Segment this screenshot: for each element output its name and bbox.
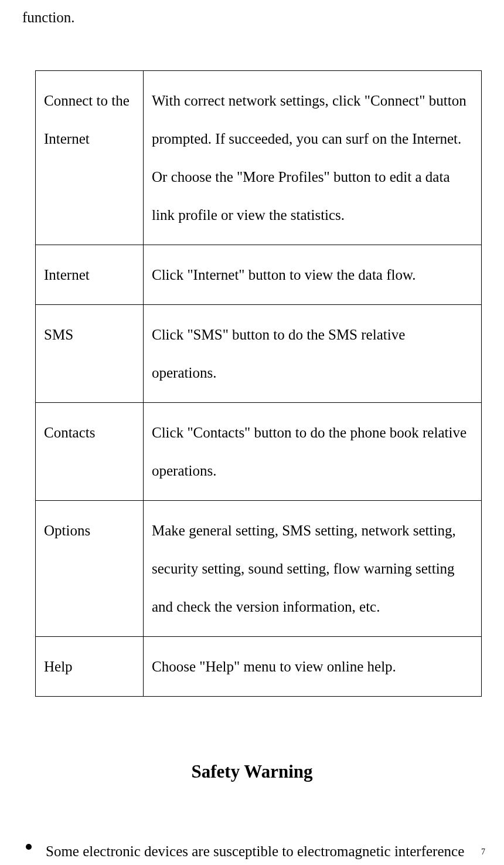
table-row: Options Make general setting, SMS settin…	[36, 501, 482, 637]
table-cell-label: SMS	[36, 305, 144, 403]
table-cell-desc: Click "Contacts" button to do the phone …	[144, 403, 482, 501]
safety-warning-heading: Safety Warning	[22, 761, 482, 782]
table-cell-label: Connect to the Internet	[36, 71, 144, 245]
bullet-icon	[26, 844, 32, 850]
list-item: Some electronic devices are susceptible …	[22, 832, 482, 865]
list-item-text: Some electronic devices are susceptible …	[46, 843, 464, 865]
table-cell-desc: Click "SMS" button to do the SMS relativ…	[144, 305, 482, 403]
table-row: Connect to the Internet With correct net…	[36, 71, 482, 245]
table-cell-label: Help	[36, 637, 144, 697]
table-cell-label: Internet	[36, 245, 144, 305]
table-row: SMS Click "SMS" button to do the SMS rel…	[36, 305, 482, 403]
table-row: Help Choose "Help" menu to view online h…	[36, 637, 482, 697]
table-cell-label: Options	[36, 501, 144, 637]
page-number: 7	[481, 847, 485, 857]
table-cell-desc: Click "Internet" button to view the data…	[144, 245, 482, 305]
intro-text: function.	[22, 0, 482, 35]
table-row: Contacts Click "Contacts" button to do t…	[36, 403, 482, 501]
safety-warning-list: Some electronic devices are susceptible …	[22, 832, 482, 865]
table-cell-desc: With correct network settings, click "Co…	[144, 71, 482, 245]
table-cell-desc: Make general setting, SMS setting, netwo…	[144, 501, 482, 637]
table-cell-desc: Choose "Help" menu to view online help.	[144, 637, 482, 697]
functions-table: Connect to the Internet With correct net…	[35, 70, 482, 697]
table-row: Internet Click "Internet" button to view…	[36, 245, 482, 305]
table-cell-label: Contacts	[36, 403, 144, 501]
functions-table-container: Connect to the Internet With correct net…	[35, 70, 482, 697]
